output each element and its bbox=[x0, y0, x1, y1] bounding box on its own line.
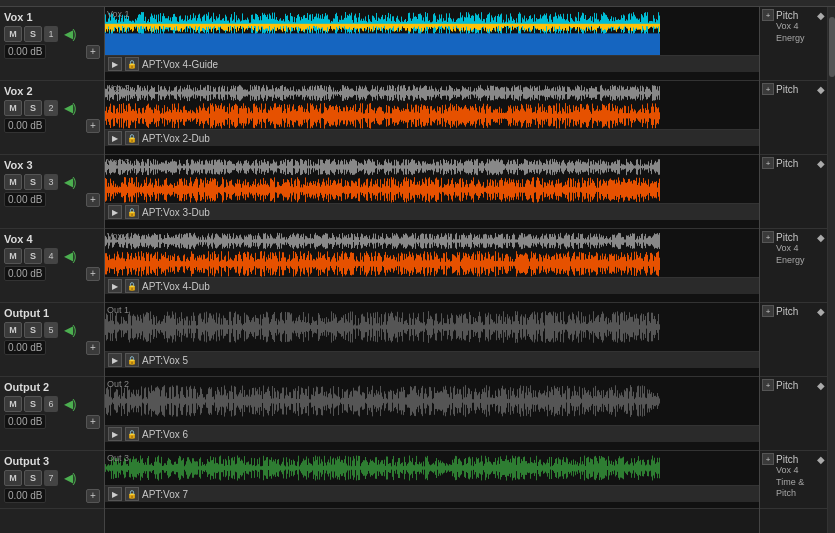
pitch-arrow-vox3[interactable]: ◆ bbox=[817, 158, 825, 169]
mute-btn-out3[interactable]: M bbox=[4, 470, 22, 486]
lock-btn-out2[interactable]: 🔒 bbox=[125, 427, 139, 441]
track-db-vox2: 0.00 dB + bbox=[4, 118, 100, 133]
play-btn-out2[interactable]: ▶ bbox=[108, 427, 122, 441]
waveform-column: Vox 1 ▶ 🔒 APT:Vox 4-Guide Vox 2 ▶ 🔒 APT:… bbox=[105, 7, 759, 533]
waveform-cell-vox3: Vox 3 ▶ 🔒 APT:Vox 3-Dub bbox=[105, 155, 759, 229]
pitch-header-out2: + Pitch ◆ bbox=[762, 379, 825, 391]
solo-btn-out2[interactable]: S bbox=[24, 396, 42, 412]
pitch-arrow-vox2[interactable]: ◆ bbox=[817, 84, 825, 95]
volume-icon-out2[interactable]: ◀) bbox=[60, 396, 80, 412]
lock-btn-vox3[interactable]: 🔒 bbox=[125, 205, 139, 219]
pitch-header-vox1: + Pitch ◆ bbox=[762, 9, 825, 21]
pitch-header-out1: + Pitch ◆ bbox=[762, 305, 825, 317]
waveform-canvas-vox1 bbox=[105, 7, 660, 55]
solo-btn-vox1[interactable]: S bbox=[24, 26, 42, 42]
volume-icon-vox4[interactable]: ◀) bbox=[60, 248, 80, 264]
track-control-vox3: Vox 3 M S 3 ◀) 0.00 dB + bbox=[0, 155, 104, 229]
pitch-sub1-vox4: Vox 4 bbox=[762, 243, 799, 255]
lock-btn-vox2[interactable]: 🔒 bbox=[125, 131, 139, 145]
play-btn-out1[interactable]: ▶ bbox=[108, 353, 122, 367]
mute-btn-vox2[interactable]: M bbox=[4, 100, 22, 116]
lock-btn-out1[interactable]: 🔒 bbox=[125, 353, 139, 367]
lock-btn-vox1[interactable]: 🔒 bbox=[125, 57, 139, 71]
volume-icon-vox1[interactable]: ◀) bbox=[60, 26, 80, 42]
play-btn-vox3[interactable]: ▶ bbox=[108, 205, 122, 219]
mute-btn-vox3[interactable]: M bbox=[4, 174, 22, 190]
track-num-vox2: 2 bbox=[44, 100, 58, 116]
add-btn-out1[interactable]: + bbox=[86, 341, 100, 355]
add-btn-vox2[interactable]: + bbox=[86, 119, 100, 133]
track-db-vox4: 0.00 dB + bbox=[4, 266, 100, 281]
track-num-out3: 7 bbox=[44, 470, 58, 486]
main-area: Vox 1 M S 1 ◀) 0.00 dB + Vox 2 M S 2 ◀) … bbox=[0, 7, 835, 533]
lock-btn-vox4[interactable]: 🔒 bbox=[125, 279, 139, 293]
volume-icon-vox3[interactable]: ◀) bbox=[60, 174, 80, 190]
pitch-cell-vox1: + Pitch ◆ Vox 4Energy bbox=[760, 7, 827, 81]
mute-btn-out2[interactable]: M bbox=[4, 396, 22, 412]
add-btn-vox4[interactable]: + bbox=[86, 267, 100, 281]
pitch-add-btn-vox4[interactable]: + bbox=[762, 231, 774, 243]
play-btn-vox4[interactable]: ▶ bbox=[108, 279, 122, 293]
waveform-bottom-bar-out2: ▶ 🔒 APT:Vox 6 bbox=[105, 425, 759, 442]
scrollbar[interactable] bbox=[827, 7, 835, 533]
play-btn-vox1[interactable]: ▶ bbox=[108, 57, 122, 71]
mute-btn-vox4[interactable]: M bbox=[4, 248, 22, 264]
waveform-label-out1: Out 1 bbox=[107, 305, 129, 315]
solo-btn-vox3[interactable]: S bbox=[24, 174, 42, 190]
pitch-arrow-vox1[interactable]: ◆ bbox=[817, 10, 825, 21]
pitch-arrow-out3[interactable]: ◆ bbox=[817, 454, 825, 465]
track-name-vox1: Vox 1 bbox=[4, 11, 100, 23]
waveform-label-vox2: Vox 2 bbox=[107, 83, 130, 93]
add-btn-vox1[interactable]: + bbox=[86, 45, 100, 59]
track-buttons-vox2: M S 2 ◀) bbox=[4, 100, 100, 116]
pitch-arrow-vox4[interactable]: ◆ bbox=[817, 232, 825, 243]
waveform-cell-vox2: Vox 2 ▶ 🔒 APT:Vox 2-Dub bbox=[105, 81, 759, 155]
pitch-label-vox3: Pitch bbox=[776, 158, 815, 169]
track-db-out1: 0.00 dB + bbox=[4, 340, 100, 355]
pitch-label-out2: Pitch bbox=[776, 380, 815, 391]
track-db-vox1: 0.00 dB + bbox=[4, 44, 100, 59]
clip-name-vox3: APT:Vox 3-Dub bbox=[142, 207, 210, 218]
pitch-add-btn-out2[interactable]: + bbox=[762, 379, 774, 391]
pitch-arrow-out2[interactable]: ◆ bbox=[817, 380, 825, 391]
waveform-cell-out3: Out 3 ▶ 🔒 APT:Vox 7 bbox=[105, 451, 759, 509]
play-btn-vox2[interactable]: ▶ bbox=[108, 131, 122, 145]
track-db-out2: 0.00 dB + bbox=[4, 414, 100, 429]
add-btn-out3[interactable]: + bbox=[86, 489, 100, 503]
volume-icon-out3[interactable]: ◀) bbox=[60, 470, 80, 486]
pitch-label-vox2: Pitch bbox=[776, 84, 815, 95]
volume-icon-out1[interactable]: ◀) bbox=[60, 322, 80, 338]
track-db-vox3: 0.00 dB + bbox=[4, 192, 100, 207]
track-control-vox2: Vox 2 M S 2 ◀) 0.00 dB + bbox=[0, 81, 104, 155]
volume-icon-vox2[interactable]: ◀) bbox=[60, 100, 80, 116]
mute-btn-vox1[interactable]: M bbox=[4, 26, 22, 42]
clip-name-vox2: APT:Vox 2-Dub bbox=[142, 133, 210, 144]
pitch-add-btn-out1[interactable]: + bbox=[762, 305, 774, 317]
solo-btn-vox2[interactable]: S bbox=[24, 100, 42, 116]
pitch-arrow-out1[interactable]: ◆ bbox=[817, 306, 825, 317]
track-num-vox3: 3 bbox=[44, 174, 58, 190]
lock-btn-out3[interactable]: 🔒 bbox=[125, 487, 139, 501]
waveform-canvas-out1 bbox=[105, 303, 660, 351]
waveform-cell-vox4: Vox 4 ▶ 🔒 APT:Vox 4-Dub bbox=[105, 229, 759, 303]
pitch-add-btn-out3[interactable]: + bbox=[762, 453, 774, 465]
clip-name-out2: APT:Vox 6 bbox=[142, 429, 188, 440]
pitch-header-vox4: + Pitch ◆ bbox=[762, 231, 825, 243]
scrollbar-thumb[interactable] bbox=[829, 17, 835, 77]
solo-btn-out1[interactable]: S bbox=[24, 322, 42, 338]
pitch-add-btn-vox2[interactable]: + bbox=[762, 83, 774, 95]
pitch-sub2-vox4: Energy bbox=[762, 255, 805, 267]
add-btn-vox3[interactable]: + bbox=[86, 193, 100, 207]
clip-name-vox1: APT:Vox 4-Guide bbox=[142, 59, 218, 70]
solo-btn-vox4[interactable]: S bbox=[24, 248, 42, 264]
add-btn-out2[interactable]: + bbox=[86, 415, 100, 429]
db-value-vox4: 0.00 dB bbox=[4, 266, 46, 281]
solo-btn-out3[interactable]: S bbox=[24, 470, 42, 486]
db-value-out2: 0.00 dB bbox=[4, 414, 46, 429]
track-num-vox1: 1 bbox=[44, 26, 58, 42]
pitch-add-btn-vox1[interactable]: + bbox=[762, 9, 774, 21]
pitch-add-btn-vox3[interactable]: + bbox=[762, 157, 774, 169]
mute-btn-out1[interactable]: M bbox=[4, 322, 22, 338]
play-btn-out3[interactable]: ▶ bbox=[108, 487, 122, 501]
pitch-label-vox1: Pitch bbox=[776, 10, 815, 21]
